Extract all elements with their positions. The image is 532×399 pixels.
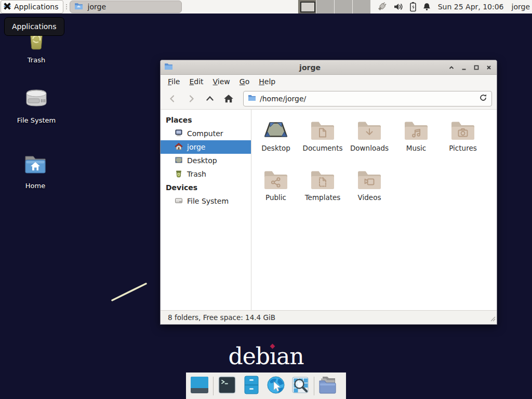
file-item-documents[interactable]: Documents <box>299 115 346 164</box>
sidebar-item-label: Desktop <box>187 156 217 165</box>
path-bar[interactable]: /home/jorge/ <box>243 91 492 107</box>
file-item-label: Pictures <box>449 144 476 152</box>
status-text: 8 folders, Free space: 14.4 GiB <box>168 313 275 322</box>
maximize-icon[interactable] <box>472 63 481 72</box>
up-button[interactable] <box>203 91 217 107</box>
volume-icon[interactable] <box>393 2 404 12</box>
workspace-1[interactable] <box>298 0 316 14</box>
file-item-label: Templates <box>305 193 341 202</box>
workspace-2[interactable] <box>316 0 334 14</box>
web-browser-globe-icon <box>265 375 286 397</box>
taskbar-button-label: jorge <box>88 3 106 11</box>
folder-music-icon <box>404 116 429 141</box>
file-item-music[interactable]: Music <box>393 115 440 164</box>
directory-menu-folder-icon <box>317 375 338 397</box>
file-item-pictures[interactable]: Pictures <box>440 115 486 164</box>
file-item-label: Downloads <box>350 144 389 152</box>
menu-help[interactable]: Help <box>254 76 280 87</box>
app-finder-button[interactable] <box>289 375 311 397</box>
file-item-public[interactable]: Public <box>252 164 299 214</box>
clock[interactable]: Sun 25 Apr, 10:06 <box>438 3 504 11</box>
desktop-icon-label: File System <box>17 116 56 124</box>
menubar: File Edit View Go Help <box>161 75 497 88</box>
sidebar-item-label: jorge <box>187 143 205 151</box>
file-manager-window: jorge File Edit View Go Help <box>160 60 497 325</box>
app-finder-icon <box>290 375 311 397</box>
trash-small-icon <box>175 169 183 179</box>
menu-edit[interactable]: Edit <box>184 76 208 87</box>
desktop-icon-home[interactable]: Home <box>11 153 59 190</box>
resize-grip[interactable] <box>490 315 496 323</box>
panel-handle[interactable] <box>64 4 69 9</box>
folder-documents-icon <box>310 116 335 141</box>
file-item-label: Videos <box>358 193 381 202</box>
user-home-icon <box>175 142 183 152</box>
dock-separator <box>314 377 314 395</box>
sidebar-item-label: File System <box>187 197 229 205</box>
applications-menu-label: Applications <box>14 3 59 11</box>
menu-go[interactable]: Go <box>235 76 254 87</box>
folder-icon <box>74 2 83 12</box>
minimize-icon[interactable] <box>459 63 468 72</box>
path-input[interactable]: /home/jorge/ <box>260 95 475 103</box>
panel-username: jorge <box>512 3 530 11</box>
harddrive-icon <box>23 86 49 113</box>
file-item-videos[interactable]: Videos <box>346 164 393 214</box>
top-panel: Applications jorge Sun 25 Apr, 10: <box>0 0 532 14</box>
window-folder-icon <box>164 62 173 73</box>
folder-templates-icon <box>310 166 335 191</box>
web-browser-button[interactable] <box>265 375 287 397</box>
terminal-button[interactable] <box>216 375 238 397</box>
back-button[interactable] <box>165 91 180 107</box>
toolbar: /home/jorge/ <box>161 88 497 110</box>
battery-charging-icon[interactable] <box>409 2 417 12</box>
file-item-downloads[interactable]: Downloads <box>346 115 393 164</box>
directory-menu-button[interactable] <box>317 375 339 397</box>
workspace-4[interactable] <box>352 0 370 14</box>
dock-separator <box>213 377 214 395</box>
debian-logo: debıan <box>0 343 532 369</box>
path-folder-icon <box>248 94 256 104</box>
workspace-switcher <box>298 0 370 14</box>
sidebar-item-computer[interactable]: Computer <box>161 127 251 140</box>
forward-button[interactable] <box>184 91 198 107</box>
file-view: Desktop Documents <box>251 110 497 310</box>
sidebar-item-label: Trash <box>187 170 206 178</box>
menu-view[interactable]: View <box>208 76 235 87</box>
applications-tooltip: Applications <box>4 17 64 36</box>
desktop-small-icon <box>175 156 183 166</box>
folder-pictures-icon <box>450 116 475 141</box>
network-plug-icon[interactable] <box>376 1 388 12</box>
folder-public-icon <box>263 166 288 191</box>
file-item-templates[interactable]: Templates <box>299 164 346 214</box>
close-icon[interactable] <box>484 63 493 72</box>
applications-menu-button[interactable]: Applications <box>1 0 63 14</box>
show-desktop-icon <box>189 375 210 397</box>
menu-file[interactable]: File <box>163 76 184 87</box>
desktop-icon-file-system[interactable]: File System <box>12 86 60 124</box>
home-folder-icon <box>23 153 48 179</box>
sidebar-item-file-system[interactable]: File System <box>161 194 251 208</box>
computer-icon <box>175 129 183 139</box>
sidebar-item-label: Computer <box>187 129 223 138</box>
workspace-3[interactable] <box>334 0 352 14</box>
file-manager-button[interactable] <box>241 375 262 397</box>
notifications-bell-icon[interactable] <box>422 2 431 11</box>
sidebar-item-desktop[interactable]: Desktop <box>161 154 251 167</box>
window-title: jorge <box>173 63 447 72</box>
shade-icon[interactable] <box>447 63 456 72</box>
show-desktop-button[interactable] <box>189 375 210 397</box>
file-item-desktop[interactable]: Desktop <box>252 115 299 164</box>
desktop-special-icon <box>262 116 290 141</box>
sidebar-item-jorge[interactable]: jorge <box>161 140 251 154</box>
drive-icon <box>175 196 183 206</box>
folder-videos-icon <box>357 166 382 191</box>
sidebar-item-trash[interactable]: Trash <box>161 167 251 181</box>
window-titlebar[interactable]: jorge <box>161 60 497 75</box>
dock <box>186 373 346 399</box>
applications-x-icon <box>3 2 11 12</box>
home-button[interactable] <box>221 91 236 107</box>
reload-icon[interactable] <box>479 94 487 104</box>
desktop: Trash File System Home debıan <box>0 0 532 399</box>
taskbar-button-jorge[interactable]: jorge <box>70 1 182 13</box>
